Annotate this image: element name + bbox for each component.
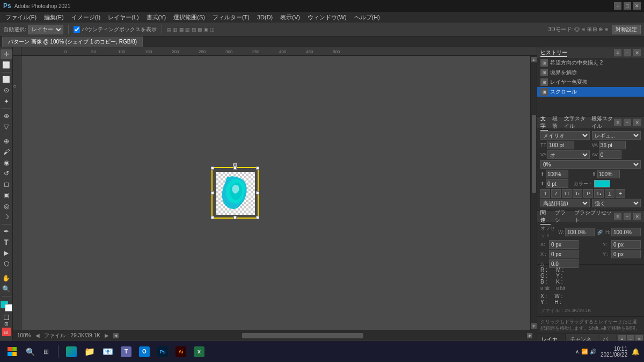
text-allcaps-btn[interactable]: TT (562, 189, 572, 198)
char-close-btn[interactable]: ✕ (633, 119, 641, 126)
transform-minimize-btn[interactable]: − (624, 213, 631, 220)
kerning-select[interactable]: オ (547, 150, 589, 159)
x-input[interactable] (549, 240, 579, 249)
transform-handle-ml[interactable] (211, 191, 214, 194)
baseline-shift-input[interactable] (546, 179, 568, 188)
v-scale-select[interactable]: 0% (540, 160, 641, 169)
hand-tool[interactable]: ✋ (1, 273, 12, 283)
scroll-up-btn[interactable]: ▲ (531, 57, 537, 62)
tray-network-icon[interactable]: 📶 (581, 349, 588, 354)
taskbar-icon-teams[interactable]: T (119, 344, 134, 359)
menu-format[interactable]: 書式(Y) (143, 12, 170, 23)
taskbar-icon-excel[interactable]: X (192, 344, 207, 359)
transform-tab[interactable]: 関連 (540, 209, 551, 225)
artboard-tool[interactable]: ⬜ (1, 60, 12, 70)
screen-mode-icon[interactable]: ⊞ (4, 321, 9, 327)
menu-select[interactable]: 選択範囲(S) (170, 12, 208, 23)
channels-tab[interactable]: チャンネル (566, 334, 599, 341)
history-item-3[interactable]: ⊞ レイヤー色変換 (537, 77, 644, 87)
start-button[interactable] (4, 344, 20, 360)
text-underline-btn[interactable]: T (605, 189, 614, 198)
text-bold-btn[interactable]: T (540, 189, 550, 198)
canvas-viewport[interactable] (21, 56, 530, 330)
heal-tool[interactable]: ⊕ (1, 136, 12, 146)
text-super-btn[interactable]: T¹ (583, 189, 593, 198)
workspace-button[interactable]: 対称設定 (612, 25, 641, 34)
blur-tool[interactable]: ◎ (1, 201, 12, 211)
text-smallcaps-btn[interactable]: Tₜ (573, 189, 582, 198)
y-input[interactable] (611, 240, 641, 249)
gradient-tool[interactable]: ▣ (1, 190, 12, 200)
status-arrow-left[interactable]: ◀ (35, 332, 40, 338)
menu-window[interactable]: ウィンドウ(W) (304, 12, 350, 23)
notification-btn[interactable]: 🔔 (632, 348, 640, 356)
brush-preset-tab[interactable]: ブラシプリセット (574, 209, 614, 225)
char-tab-text[interactable]: 文字 (540, 115, 548, 131)
history-close-btn[interactable]: ✕ (633, 49, 641, 56)
crop-tool[interactable]: ⊕ (1, 111, 12, 120)
magic-wand-tool[interactable]: ✦ (1, 96, 12, 106)
transform-handle-tl[interactable] (211, 166, 214, 170)
transform-menu-btn[interactable]: ≡ (614, 213, 621, 220)
menu-image[interactable]: イメージ(I) (68, 12, 104, 23)
layers-tab[interactable]: レイヤー (537, 334, 566, 341)
char-minimize-btn[interactable]: − (624, 119, 631, 126)
color-swatches[interactable] (1, 301, 12, 312)
font-size-input[interactable] (547, 141, 574, 149)
font-family-select[interactable]: メイリオ (540, 131, 590, 140)
file-info-display[interactable]: ファイル：29.3K/39.1K (44, 332, 100, 339)
dodge-tool[interactable]: ☽ (1, 212, 12, 222)
paths-tab[interactable]: パス (598, 334, 617, 341)
text-height-input[interactable] (546, 170, 568, 178)
taskbar-icon-mail[interactable]: 📧 (100, 344, 115, 359)
transform-handle-br[interactable] (256, 216, 259, 219)
tracking-input[interactable] (599, 150, 621, 159)
scroll-track-h[interactable] (121, 333, 525, 338)
char-tab-char-style[interactable]: 文字スタイル (564, 115, 587, 131)
zoom-tool[interactable]: 🔍 (1, 284, 12, 294)
history-menu-btn[interactable]: ≡ (614, 49, 621, 56)
brush-tab[interactable]: ブラシ (555, 209, 570, 225)
shape-tool[interactable]: ⬡ (1, 259, 12, 269)
menu-file[interactable]: ファイル(F) (2, 12, 40, 23)
scroll-down-btn[interactable]: ▼ (531, 323, 537, 329)
taskbar-icon-ps[interactable]: Ps (155, 344, 170, 359)
marquee-tool[interactable]: ⬜ (1, 75, 12, 84)
menu-filter[interactable]: フィルター(T) (209, 12, 253, 23)
move-tool[interactable]: ✛ (1, 49, 12, 59)
taskbar-icon-ai[interactable]: Ai (173, 344, 188, 359)
quick-mask-icon[interactable] (4, 315, 9, 320)
bounding-box-checkbox[interactable] (74, 26, 80, 33)
transform-center-handle[interactable] (233, 163, 237, 167)
transform-header[interactable]: 関連 ブラシ ブラシプリセット ≡ − ✕ (537, 211, 644, 222)
eraser-tool[interactable]: ◻ (1, 179, 12, 189)
char-menu-btn[interactable]: ≡ (614, 119, 621, 126)
tray-up-arrow[interactable]: ∧ (575, 349, 579, 354)
text-sub-btn[interactable]: T₁ (594, 189, 604, 198)
history-tab[interactable]: ヒストリー (540, 49, 567, 57)
transform-handle-bm[interactable] (233, 216, 237, 219)
search-taskbar[interactable]: 🔍 (24, 345, 36, 358)
status-arrow-right[interactable]: ▶ (105, 332, 109, 338)
history-item-2[interactable]: ⊞ 境界を解除 (537, 68, 644, 77)
pen-tool[interactable]: ✒ (1, 227, 12, 236)
layers-menu-btn[interactable]: ≡ (618, 335, 626, 341)
brush-tool[interactable]: 🖌 (1, 147, 12, 157)
vertical-scrollbar[interactable]: ▲ ▼ (530, 56, 537, 330)
menu-edit[interactable]: 編集(E) (41, 12, 67, 23)
close-button[interactable]: ✕ (633, 2, 641, 10)
clock-display[interactable]: 10:11 2021/08/22 (601, 346, 627, 358)
char-tab-para[interactable]: 段落 (552, 115, 560, 131)
text-italic-btn[interactable]: T (551, 189, 561, 198)
transform-handle-tr[interactable] (256, 166, 259, 170)
scroll-left-btn[interactable]: ◀ (113, 333, 119, 338)
clone-tool[interactable]: ◉ (1, 158, 12, 168)
tray-volume-icon[interactable]: 🔊 (590, 349, 596, 354)
char-tab-para-style[interactable]: 段落スタイル (591, 115, 614, 131)
menu-view[interactable]: 表示(V) (277, 12, 303, 23)
taskbar-icon-folder[interactable]: 📁 (82, 344, 97, 359)
text-strike-btn[interactable]: T (616, 189, 625, 198)
aa-method-select[interactable]: 強く (592, 199, 641, 207)
baseline-input[interactable] (597, 170, 620, 178)
h-input[interactable] (611, 228, 641, 236)
